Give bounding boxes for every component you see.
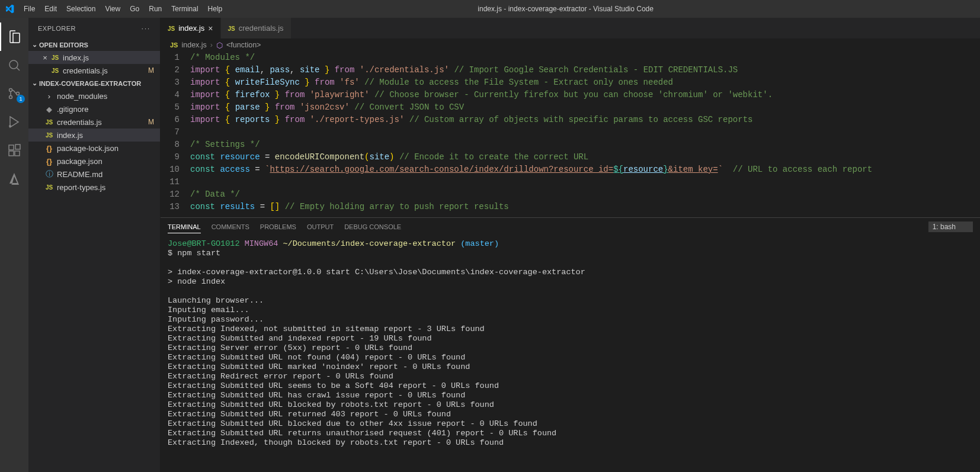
panel-tab-output[interactable]: OUTPUT: [307, 221, 334, 233]
menu-view[interactable]: View: [100, 5, 125, 13]
js-file-icon: JS: [50, 68, 60, 74]
extensions-icon[interactable]: [0, 136, 28, 165]
file-tree-index.js[interactable]: JS index.js: [28, 129, 160, 142]
terminal-selector[interactable]: 1: bash: [928, 221, 973, 232]
file-tree-node_modules[interactable]: › node_modules: [28, 89, 160, 102]
scm-badge: 1: [17, 95, 25, 103]
menu-help[interactable]: Help: [203, 5, 228, 13]
title-bar: FileEditSelectionViewGoRunTerminalHelp i…: [0, 0, 980, 18]
svg-line-1: [17, 68, 20, 70]
search-icon[interactable]: [0, 51, 28, 79]
menu-file[interactable]: File: [19, 5, 40, 13]
panel-tab-debug-console[interactable]: DEBUG CONSOLE: [344, 221, 401, 233]
azure-icon[interactable]: [0, 165, 28, 193]
symbol-icon: ⬡: [216, 41, 223, 50]
chevron-down-icon: ⌄: [31, 79, 38, 87]
svg-point-0: [9, 60, 18, 69]
file-name: .gitignore: [57, 105, 88, 114]
menu-go[interactable]: Go: [125, 5, 144, 13]
project-label: INDEX-COVERAGE-EXTRACTOR: [39, 80, 141, 87]
file-name: credentials.js: [63, 66, 108, 75]
file-name: README.md: [57, 170, 103, 179]
js-file-icon: JS: [168, 24, 175, 33]
file-tree-package.json[interactable]: {} package.json: [28, 155, 160, 168]
menu-edit[interactable]: Edit: [40, 5, 62, 13]
panel-tab-problems[interactable]: PROBLEMS: [260, 221, 296, 233]
file-tree-.gitignore[interactable]: ◆ .gitignore: [28, 102, 160, 115]
file-name: index.js: [57, 131, 83, 140]
modified-badge: M: [148, 118, 154, 126]
modified-badge: M: [148, 66, 154, 75]
file-name: node_modules: [57, 92, 107, 101]
open-editors-label: OPEN EDITORS: [39, 41, 88, 49]
js-icon: JS: [44, 132, 55, 139]
svg-rect-8: [15, 151, 20, 156]
js-icon: JS: [44, 119, 55, 126]
project-header[interactable]: ⌄ INDEX-COVERAGE-EXTRACTOR: [28, 77, 160, 89]
svg-rect-6: [9, 145, 14, 150]
file-tree-README.md[interactable]: ⓘ README.md: [28, 168, 160, 181]
svg-rect-7: [9, 151, 14, 156]
sidebar-title-text: EXPLORER: [38, 25, 76, 32]
file-name: report-types.js: [57, 183, 105, 192]
open-editor-credentials.js[interactable]: JS credentials.js M: [28, 64, 160, 77]
sidebar-title: EXPLORER ···: [28, 18, 160, 38]
file-tree-credentials.js[interactable]: JS credentials.js M: [28, 115, 160, 129]
tab-label: index.js: [178, 24, 204, 33]
editor-tabs: JS index.js ×JS credentials.js: [161, 18, 980, 38]
explorer-sidebar: EXPLORER ··· ⌄ OPEN EDITORS × JS index.j…: [28, 18, 161, 472]
source-control-icon[interactable]: 1: [0, 79, 28, 108]
folder-icon: ›: [44, 92, 55, 101]
file-tree-report-types.js[interactable]: JS report-types.js: [28, 181, 160, 194]
breadcrumb-symbol: <function>: [226, 41, 261, 49]
menu-run[interactable]: Run: [144, 5, 166, 13]
chevron-right-icon: ›: [210, 41, 213, 49]
svg-rect-9: [15, 145, 20, 149]
svg-point-3: [9, 96, 12, 99]
svg-point-2: [9, 89, 12, 92]
menu-bar: FileEditSelectionViewGoRunTerminalHelp: [19, 5, 227, 13]
js-file-icon: JS: [50, 54, 60, 61]
bottom-panel: TERMINALCOMMENTSPROBLEMSOUTPUTDEBUG CONS…: [161, 217, 980, 472]
menu-selection[interactable]: Selection: [62, 5, 100, 13]
file-name: package.json: [57, 157, 103, 166]
terminal-output[interactable]: Jose@BRT-GO1012 MINGW64 ~/Documents/inde…: [161, 236, 980, 472]
js-file-icon: JS: [170, 41, 178, 49]
chevron-down-icon: ⌄: [31, 41, 38, 49]
explorer-icon[interactable]: [0, 23, 28, 51]
open-editors-header[interactable]: ⌄ OPEN EDITORS: [28, 38, 160, 51]
svg-point-5: [9, 125, 11, 127]
git-icon: ◆: [44, 105, 55, 114]
breadcrumb[interactable]: JS index.js › ⬡ <function>: [161, 38, 980, 52]
line-numbers: 12345678910111213: [161, 52, 190, 217]
tab-label: credentials.js: [239, 24, 284, 33]
tab-credentials.js[interactable]: JS credentials.js: [221, 18, 292, 38]
file-name: package-lock.json: [57, 144, 119, 153]
js-icon: JS: [44, 184, 55, 191]
activity-bar: 1: [0, 18, 28, 472]
json-icon: {}: [44, 157, 55, 166]
code-content[interactable]: /* Modules */import { email, pass, site …: [190, 52, 980, 217]
menu-terminal[interactable]: Terminal: [166, 5, 203, 13]
json-icon: {}: [44, 144, 55, 153]
file-tree-package-lock.json[interactable]: {} package-lock.json: [28, 142, 160, 155]
file-name: credentials.js: [57, 118, 102, 127]
run-debug-icon[interactable]: [0, 108, 28, 136]
file-name: index.js: [63, 53, 89, 62]
panel-tab-terminal[interactable]: TERMINAL: [168, 221, 201, 233]
panel-tab-comments[interactable]: COMMENTS: [212, 221, 249, 233]
vscode-logo-icon: [5, 4, 14, 14]
js-file-icon: JS: [228, 24, 235, 33]
window-title: index.js - index-coverage-extractor - Vi…: [227, 5, 904, 13]
more-icon[interactable]: ···: [142, 25, 150, 32]
info-icon: ⓘ: [44, 169, 55, 179]
close-icon[interactable]: ×: [40, 53, 50, 62]
panel-tabs: TERMINALCOMMENTSPROBLEMSOUTPUTDEBUG CONS…: [161, 218, 980, 236]
code-editor[interactable]: 12345678910111213 /* Modules */import { …: [161, 52, 980, 217]
close-icon[interactable]: ×: [208, 24, 213, 33]
tab-index.js[interactable]: JS index.js ×: [161, 18, 221, 38]
open-editor-index.js[interactable]: × JS index.js: [28, 51, 160, 64]
breadcrumb-file: index.js: [181, 41, 206, 49]
editor-area: JS index.js ×JS credentials.js JS index.…: [161, 18, 980, 472]
